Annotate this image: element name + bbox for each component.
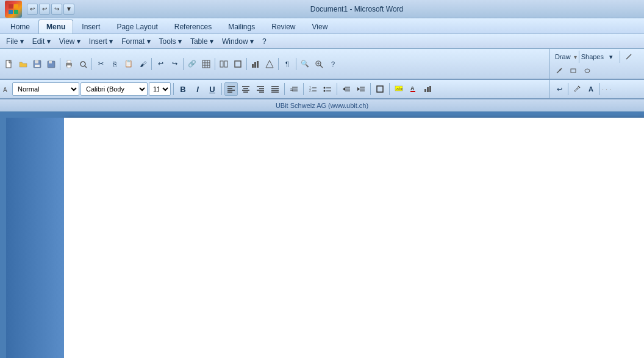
chart-button[interactable] bbox=[249, 57, 262, 71]
sep1 bbox=[60, 58, 60, 70]
format-left: A Normal Calibri (Body 11 B I U bbox=[0, 80, 549, 98]
line-spacing-button[interactable]: ≡ bbox=[287, 82, 301, 96]
nonprint-button[interactable]: ¶ bbox=[281, 57, 294, 71]
save2-button[interactable] bbox=[45, 57, 58, 71]
svg-point-36 bbox=[585, 69, 590, 73]
svg-rect-8 bbox=[35, 65, 40, 67]
copy-button[interactable]: ⎘ bbox=[108, 57, 121, 71]
svg-text:abc: abc bbox=[396, 87, 403, 91]
menu-file[interactable]: File ▾ bbox=[2, 36, 27, 47]
draw-undo[interactable]: ↩ bbox=[553, 82, 566, 96]
sep6 bbox=[246, 58, 247, 70]
tab-page-layout[interactable]: Page Layout bbox=[109, 20, 165, 34]
office-button[interactable] bbox=[5, 1, 22, 18]
info-bar: UBit Schweiz AG (www.ubit.ch) bbox=[0, 99, 644, 112]
sep-dr2 bbox=[599, 83, 600, 95]
drawing-button[interactable] bbox=[263, 57, 276, 71]
tab-mailings[interactable]: Mailings bbox=[220, 20, 263, 34]
italic-button[interactable]: I bbox=[191, 82, 204, 96]
font-size-select[interactable]: 11 bbox=[149, 82, 171, 96]
info-text: UBit Schweiz AG (www.ubit.ch) bbox=[276, 102, 368, 109]
align-right-button[interactable] bbox=[254, 82, 267, 96]
tab-insert[interactable]: Insert bbox=[74, 20, 108, 34]
sep-right1 bbox=[579, 51, 579, 63]
svg-marker-70 bbox=[357, 87, 360, 91]
draw-edit[interactable] bbox=[570, 82, 584, 96]
font-select[interactable]: Calibri (Body bbox=[80, 82, 148, 96]
sep8 bbox=[296, 58, 296, 70]
menu-format[interactable]: Format ▾ bbox=[118, 36, 154, 47]
line-tool[interactable] bbox=[622, 50, 635, 63]
paste-button[interactable]: 📋 bbox=[122, 57, 135, 71]
align-left-button[interactable] bbox=[224, 82, 238, 96]
sep-right2 bbox=[620, 51, 620, 63]
open-button[interactable] bbox=[16, 57, 30, 71]
tab-view[interactable]: View bbox=[304, 20, 336, 34]
redo-button[interactable]: ↪ bbox=[51, 4, 62, 15]
list-num-button[interactable]: 1.2. bbox=[306, 82, 320, 96]
shapes-dropdown[interactable]: ▾ bbox=[604, 50, 618, 63]
sep5 bbox=[215, 58, 215, 70]
new-button[interactable] bbox=[2, 57, 16, 71]
menu-window[interactable]: Window ▾ bbox=[218, 36, 257, 47]
save-button[interactable] bbox=[30, 57, 44, 71]
menu-tools[interactable]: Tools ▾ bbox=[156, 36, 185, 47]
style-select[interactable]: Normal bbox=[12, 82, 79, 96]
svg-point-64 bbox=[324, 90, 326, 92]
svg-rect-13 bbox=[67, 65, 71, 68]
bold-button[interactable]: B bbox=[176, 82, 190, 96]
help-btn2[interactable]: ? bbox=[326, 57, 340, 71]
draw-text-a[interactable]: A bbox=[584, 82, 598, 96]
sep3 bbox=[151, 58, 152, 70]
justify-button[interactable] bbox=[268, 82, 282, 96]
menu-help[interactable]: ? bbox=[259, 36, 270, 47]
print-button[interactable] bbox=[62, 57, 76, 71]
quick-access-toolbar: ↩ ↩ ↪ ▼ bbox=[27, 4, 74, 15]
columns-button[interactable] bbox=[217, 57, 231, 71]
indent-increase-button[interactable] bbox=[354, 82, 368, 96]
cut-button[interactable]: ✂ bbox=[94, 57, 107, 71]
underline-button[interactable]: U bbox=[206, 82, 219, 96]
style-icon: A bbox=[2, 85, 11, 93]
format-paint-button[interactable]: 🖌 bbox=[136, 57, 149, 71]
indent-decrease-button[interactable] bbox=[340, 82, 353, 96]
rect-tool[interactable] bbox=[567, 64, 580, 77]
svg-line-29 bbox=[320, 65, 323, 68]
menu-view[interactable]: View ▾ bbox=[55, 36, 84, 47]
align-center-button[interactable] bbox=[239, 82, 252, 96]
more-button[interactable]: ▼ bbox=[63, 4, 74, 15]
svg-rect-23 bbox=[235, 61, 241, 67]
tab-home[interactable]: Home bbox=[2, 20, 38, 34]
menu-table[interactable]: Table ▾ bbox=[187, 36, 217, 47]
undo-tb-button[interactable]: ↩ bbox=[154, 57, 167, 71]
svg-rect-7 bbox=[35, 60, 38, 63]
menu-insert[interactable]: Insert ▾ bbox=[85, 36, 116, 47]
highlight-button[interactable]: abc bbox=[392, 82, 406, 96]
tab-references[interactable]: References bbox=[166, 20, 220, 34]
undo2-button[interactable]: ↩ bbox=[39, 4, 50, 15]
arrow-tool[interactable] bbox=[553, 64, 566, 77]
svg-rect-22 bbox=[224, 61, 227, 67]
list-bullet-button[interactable] bbox=[321, 82, 334, 96]
frame-button[interactable] bbox=[231, 57, 245, 71]
svg-rect-25 bbox=[254, 62, 256, 68]
tab-review[interactable]: Review bbox=[263, 20, 303, 34]
tab-menu[interactable]: Menu bbox=[38, 20, 73, 34]
redo-tb-button[interactable]: ↪ bbox=[168, 57, 181, 71]
table-button[interactable] bbox=[199, 57, 213, 71]
svg-rect-3 bbox=[14, 10, 18, 14]
document-page[interactable] bbox=[64, 118, 644, 358]
preview-button[interactable] bbox=[76, 57, 90, 71]
oval-tool[interactable] bbox=[581, 64, 594, 77]
svg-point-62 bbox=[324, 87, 326, 89]
hyperlink-button[interactable]: 🔗 bbox=[185, 57, 199, 71]
font-color-button[interactable]: A bbox=[407, 82, 420, 96]
svg-rect-0 bbox=[9, 4, 13, 9]
bar-chart-button[interactable] bbox=[421, 82, 435, 96]
style-area: A Normal bbox=[2, 82, 79, 96]
border-button[interactable] bbox=[373, 82, 387, 96]
find-button[interactable]: 🔍 bbox=[298, 57, 312, 71]
undo-button[interactable]: ↩ bbox=[27, 4, 38, 15]
menu-edit[interactable]: Edit ▾ bbox=[29, 36, 54, 47]
zoom-button[interactable] bbox=[312, 57, 326, 71]
